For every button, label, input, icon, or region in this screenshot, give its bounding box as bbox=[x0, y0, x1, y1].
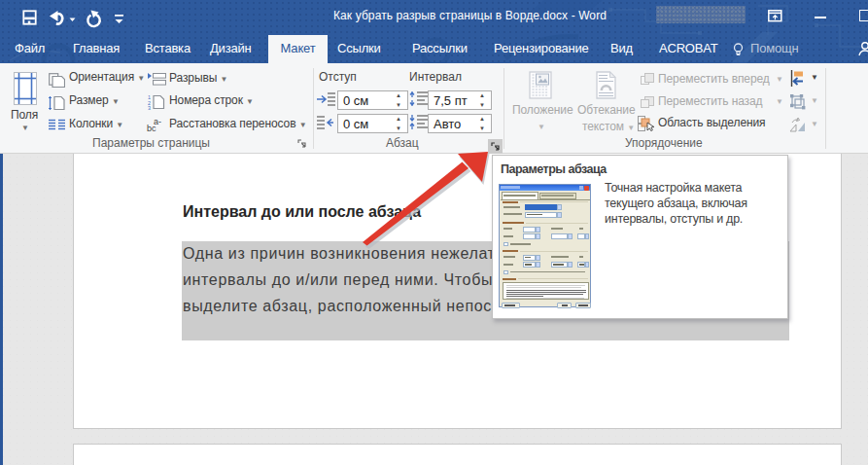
svg-text:bc: bc bbox=[147, 124, 156, 132]
svg-text:3: 3 bbox=[148, 105, 151, 110]
